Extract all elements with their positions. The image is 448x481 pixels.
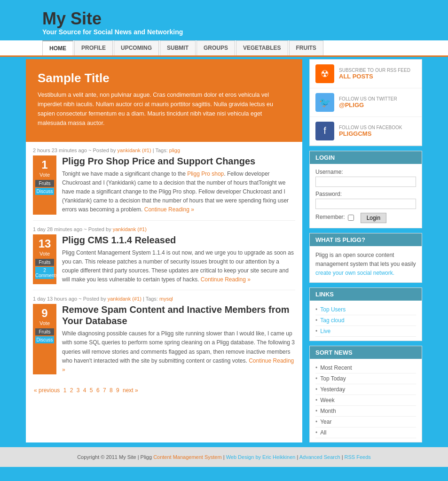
facebook-icon: f (315, 122, 334, 140)
pagination-page-6[interactable]: 6 (96, 387, 100, 394)
post2-author-link[interactable]: yankidank (#1) (113, 226, 147, 232)
year-link[interactable]: Year (320, 419, 331, 425)
sort-yesterday: Yesterday (315, 384, 416, 395)
all-link[interactable]: All (320, 429, 326, 436)
facebook-value[interactable]: PLIGGCMS (339, 130, 402, 137)
site-title: My Site (42, 9, 448, 28)
social-box: ☢ SUBSCRIBE TO OUR RSS FEED ALL POSTS 🐦 … (309, 59, 422, 146)
discuss-btn-2[interactable]: 2 Comments (35, 267, 54, 279)
post-row-2: 13 Vote Fruits 2 Comments Pligg CMS 1.1.… (33, 234, 295, 285)
vote-box-1: 1 Vote Fruits Discuss (33, 155, 56, 215)
post3-author-link[interactable]: yankidank (#1) (108, 296, 141, 302)
post1-tag-link[interactable]: pligg (169, 147, 180, 153)
pagination-page-8[interactable]: 8 (110, 387, 113, 394)
pagination-page-7[interactable]: 7 (103, 387, 106, 394)
fruits-btn-3[interactable]: Fruits (35, 328, 54, 335)
create-network-link[interactable]: create your own social network. (315, 270, 394, 276)
fruits-btn-1[interactable]: Fruits (35, 180, 54, 187)
pagination-prev[interactable]: « previous (34, 387, 60, 394)
vote-box-3: 9 Vote Fruits Discuss (33, 304, 56, 374)
sort-all: All (315, 427, 416, 438)
twitter-value[interactable]: @PLIGG (339, 101, 397, 109)
facebook-row: f FOLLOW US ON FACEBOOK PLIGGCMS (310, 117, 422, 146)
sort-news-section: SORT NEWS Most Recent Top Today Yesterda… (309, 346, 422, 442)
live-link[interactable]: Live (320, 328, 330, 334)
most-recent-link[interactable]: Most Recent (320, 365, 352, 371)
what-is-pligg-section: WHAT IS PLIGG? Pligg is an open source c… (309, 233, 422, 283)
sort-year: Year (315, 417, 416, 427)
pagination-next[interactable]: next » (123, 387, 138, 394)
sort-week: Week (315, 395, 416, 406)
vote-label-1: Vote (39, 172, 50, 178)
facebook-label: FOLLOW US ON FACEBOOK (339, 125, 402, 130)
what-is-pligg-header: WHAT IS PLIGG? (310, 233, 422, 246)
yesterday-link[interactable]: Yesterday (320, 386, 345, 393)
rss-value[interactable]: ALL POSTS (339, 73, 410, 80)
month-link[interactable]: Month (320, 408, 336, 414)
links-section: LINKS Top Users Tag cloud Live (309, 287, 422, 341)
tag-cloud-link[interactable]: Tag cloud (320, 317, 344, 324)
footer: Copyright © 2011 My Site | Pligg Content… (0, 447, 448, 467)
footer-copyright: Copyright © 2011 My Site | Pligg (77, 454, 153, 460)
post-content-3: Remove Spam Content and Inactive Members… (62, 304, 295, 374)
post-meta-2: 1 day 28 minutes ago ~ Posted by yankida… (33, 220, 295, 234)
twitter-label: FOLLOW US ON TWITTER (339, 96, 397, 101)
vote-label-2: Vote (39, 251, 50, 256)
footer-advanced-search-link[interactable]: Advanced Search (299, 454, 340, 460)
discuss-btn-3[interactable]: Discuss (35, 336, 54, 343)
nav-vegetables[interactable]: VEGETABLES (236, 40, 288, 55)
link-live: Live (315, 326, 416, 337)
vote-box-2: 13 Vote Fruits 2 Comments (33, 234, 56, 285)
site-tagline: Your Source for Social News and Networki… (42, 28, 448, 36)
week-link[interactable]: Week (320, 397, 334, 403)
username-input[interactable] (315, 177, 416, 187)
nav-groups[interactable]: GROUPS (196, 40, 235, 55)
pagination: « previous 1 2 3 4 5 6 7 8 9 next » (33, 380, 295, 403)
footer-rss-feeds-link[interactable]: RSS Feeds (345, 454, 371, 460)
post2-read-more-link[interactable]: Continue Reading » (201, 276, 251, 283)
post1-body-link[interactable]: Pligg Pro shop (187, 171, 224, 177)
nav-submit[interactable]: SUBMIT (160, 40, 196, 55)
post-title-3: Remove Spam Content and Inactive Members… (62, 304, 295, 326)
post1-author-link[interactable]: yankidank (#1) (117, 147, 151, 153)
what-is-pligg-body: Pligg is an open source content manageme… (310, 246, 422, 283)
remember-label: Remember: (315, 214, 345, 220)
main-content: Sample Title Vestibulum a velit ante, no… (0, 59, 448, 443)
top-users-link[interactable]: Top Users (320, 306, 346, 313)
pagination-page-3[interactable]: 3 (77, 387, 80, 394)
hero-text: Vestibulum a velit ante, non pulvinar au… (38, 90, 291, 128)
username-label: Username: (315, 169, 416, 175)
vote-actions-3: Fruits Discuss (35, 328, 54, 343)
fruits-btn-2[interactable]: Fruits (35, 259, 54, 266)
pagination-page-9[interactable]: 9 (116, 387, 119, 394)
pagination-page-1[interactable]: 1 (63, 387, 67, 394)
discuss-btn-1[interactable]: Discuss (35, 188, 54, 195)
vote-actions-2: Fruits 2 Comments (35, 259, 54, 279)
pagination-page-4[interactable]: 4 (83, 387, 86, 394)
rss-text: SUBSCRIBE TO OUR RSS FEED ALL POSTS (339, 68, 410, 80)
footer-web-design-link[interactable]: Web Design by Eric Heikkinen (226, 454, 296, 460)
nav-home[interactable]: HOME (42, 40, 73, 55)
nav-fruits[interactable]: FRUITS (289, 40, 323, 55)
remember-checkbox[interactable] (348, 215, 354, 221)
top-today-link[interactable]: Top Today (320, 375, 346, 382)
password-input[interactable] (315, 199, 416, 209)
sort-news-header: SORT NEWS (310, 346, 422, 359)
post-title-2: Pligg CMS 1.1.4 Released (62, 234, 295, 246)
nav-upcoming[interactable]: UPCOMING (114, 40, 159, 55)
posts-container: 2 hours 23 minutes ago ~ Posted by yanki… (26, 142, 302, 403)
hero-title: Sample Title (38, 71, 291, 85)
footer-cms-link[interactable]: Content Management System (153, 454, 222, 460)
post3-read-more-link[interactable]: Continue Reading » (62, 357, 294, 373)
twitter-icon: 🐦 (315, 93, 334, 112)
hero-banner: Sample Title Vestibulum a velit ante, no… (26, 59, 302, 142)
rss-label: SUBSCRIBE TO OUR RSS FEED (339, 68, 410, 73)
post3-tag-link[interactable]: mysql (159, 296, 173, 302)
vote-number-2: 13 (39, 238, 51, 249)
pagination-page-2[interactable]: 2 (70, 387, 73, 394)
post1-read-more-link[interactable]: Continue Reading » (144, 206, 194, 213)
pagination-page-5[interactable]: 5 (90, 387, 93, 394)
nav-profile[interactable]: PROFILE (74, 40, 113, 55)
login-button[interactable]: Login (361, 213, 386, 223)
sort-links-list: Most Recent Top Today Yesterday Week Mon… (310, 359, 422, 442)
